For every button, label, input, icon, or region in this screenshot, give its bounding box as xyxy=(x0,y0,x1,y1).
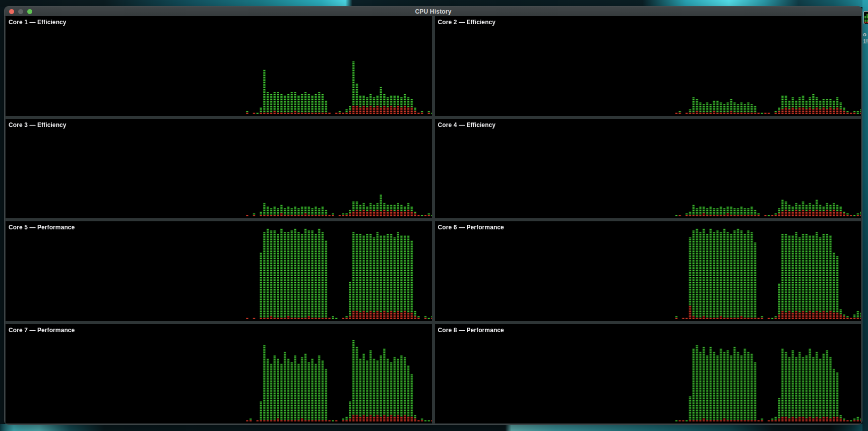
core-panel-6: Core 6 — Performance xyxy=(435,221,861,321)
core-panel-2: Core 2 — Efficiency xyxy=(435,16,861,116)
core-panel-7: Core 7 — Performance xyxy=(6,324,432,424)
core-panel-5: Core 5 — Performance xyxy=(6,221,432,321)
peek-window[interactable]: o 1! xyxy=(862,0,868,431)
cpu-history-chart xyxy=(6,221,432,321)
wallpaper-bottom-strip xyxy=(0,424,868,431)
core-panel-3: Core 3 — Efficiency xyxy=(6,119,432,219)
core-panel-title: Core 1 — Efficiency xyxy=(9,19,67,26)
window-title: CPU History xyxy=(5,8,862,15)
cpu-history-chart xyxy=(435,16,861,116)
core-panel-1: Core 1 — Efficiency xyxy=(6,16,432,116)
core-panel-title: Core 6 — Performance xyxy=(438,224,504,231)
core-panel-title: Core 3 — Efficiency xyxy=(9,121,67,129)
cpu-history-chart xyxy=(6,324,432,424)
traffic-lights xyxy=(9,7,32,16)
cpu-history-window: CPU History Core 1 — EfficiencyCore 2 — … xyxy=(4,6,862,425)
core-panel-title: Core 5 — Performance xyxy=(9,224,75,231)
cpu-history-chart xyxy=(6,16,432,116)
peek-led-meter xyxy=(863,11,868,24)
core-panel-4: Core 4 — Efficiency xyxy=(435,119,861,219)
core-panel-title: Core 7 — Performance xyxy=(9,327,75,334)
cpu-history-chart xyxy=(6,119,432,219)
peek-text-fragment: 1! xyxy=(863,38,868,45)
cpu-history-chart xyxy=(435,221,861,321)
core-panel-title: Core 8 — Performance xyxy=(438,327,504,334)
cpu-history-chart xyxy=(435,324,861,424)
zoom-button[interactable] xyxy=(27,9,32,14)
peek-led-column xyxy=(864,16,866,23)
cpu-grid: Core 1 — EfficiencyCore 2 — EfficiencyCo… xyxy=(6,16,861,423)
core-panel-title: Core 4 — Efficiency xyxy=(438,121,496,129)
core-panel-title: Core 2 — Efficiency xyxy=(438,19,496,26)
close-button[interactable] xyxy=(9,9,14,14)
core-panel-8: Core 8 — Performance xyxy=(435,324,861,424)
cpu-history-chart xyxy=(435,119,861,219)
minimize-button[interactable] xyxy=(18,9,23,14)
peek-text-fragment: o xyxy=(863,31,866,38)
titlebar[interactable]: CPU History xyxy=(5,7,862,17)
